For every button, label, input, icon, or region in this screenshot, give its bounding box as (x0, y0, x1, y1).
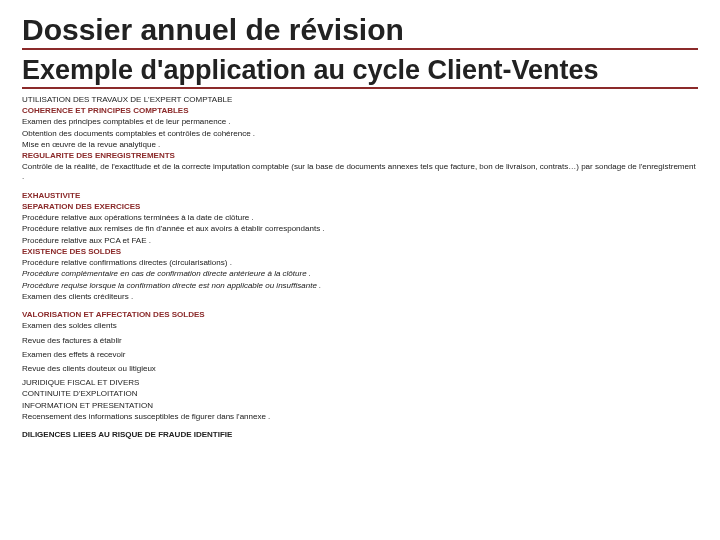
heading-exhaustivite: EXHAUSTIVITE (22, 191, 698, 201)
heading-separation: SEPARATION DES EXERCICES (22, 202, 698, 212)
line: Examen des effets à recevoir (22, 350, 698, 360)
line: UTILISATION DES TRAVAUX DE L'EXPERT COMP… (22, 95, 698, 105)
line: Examen des principes comptables et de le… (22, 117, 698, 127)
line: Recensement des informations susceptible… (22, 412, 698, 422)
slide: Dossier annuel de révision Exemple d'app… (0, 0, 720, 451)
line: Revue des factures à établir (22, 336, 698, 346)
line: Procédure requise lorsque la confirmatio… (22, 281, 698, 291)
heading-valorisation: VALORISATION ET AFFECTATION DES SOLDES (22, 310, 698, 320)
line: JURIDIQUE FISCAL ET DIVERS (22, 378, 698, 388)
heading-regularite: REGULARITE DES ENREGISTREMENTS (22, 151, 698, 161)
body-text: UTILISATION DES TRAVAUX DE L'EXPERT COMP… (22, 95, 698, 441)
heading-existence: EXISTENCE DES SOLDES (22, 247, 698, 257)
line: INFORMATION ET PRESENTATION (22, 401, 698, 411)
line: Procédure relative aux opérations termin… (22, 213, 698, 223)
line: Examen des clients créditeurs . (22, 292, 698, 302)
line: Procédure relative aux remises de fin d'… (22, 224, 698, 234)
title-underline-1 (22, 48, 698, 50)
title-underline-2 (22, 87, 698, 89)
line: Procédure relative confirmations directe… (22, 258, 698, 268)
title-sub: Exemple d'application au cycle Client-Ve… (22, 56, 698, 84)
line: Contrôle de la réalité, de l'exactitude … (22, 162, 698, 182)
line: Mise en œuvre de la revue analytique . (22, 140, 698, 150)
line: Examen des soldes clients (22, 321, 698, 331)
title-main: Dossier annuel de révision (22, 14, 698, 46)
line: Obtention des documents comptables et co… (22, 129, 698, 139)
line: Revue des clients douteux ou litigieux (22, 364, 698, 374)
line: CONTINUITE D'EXPLOITATION (22, 389, 698, 399)
line: Procédure relative aux PCA et FAE . (22, 236, 698, 246)
heading-diligences: DILIGENCES LIEES AU RISQUE DE FRAUDE IDE… (22, 430, 698, 440)
line: Procédure complémentaire en cas de confi… (22, 269, 698, 279)
heading-coherence: COHERENCE ET PRINCIPES COMPTABLES (22, 106, 698, 116)
